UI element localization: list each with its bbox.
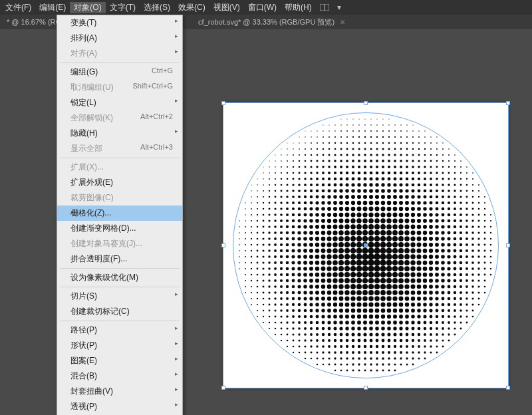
menu-item: 显示全部Alt+Ctrl+3 <box>57 141 182 156</box>
menubar-item-4[interactable]: 选择(S) <box>140 2 174 13</box>
menu-item-label: 形状(P) <box>70 340 97 351</box>
menu-item: 创建对象马赛克(J)... <box>57 236 182 251</box>
menu-item-label: 扩展外观(E) <box>70 177 113 188</box>
resize-handle[interactable] <box>506 243 510 247</box>
menubar-item-0[interactable]: 文件(F) <box>1 2 35 13</box>
menubar-item-2[interactable]: 对象(O) <box>70 2 105 13</box>
menu-separator <box>60 321 180 321</box>
menu-item[interactable]: 锁定(L) <box>57 95 182 110</box>
menu-item-label: 显示全部 <box>70 143 102 154</box>
menu-item[interactable]: 混合(B) <box>57 368 182 384</box>
menu-item-label: 变换(T) <box>70 17 96 29</box>
menu-item[interactable]: 形状(P) <box>57 338 182 353</box>
menu-separator <box>60 158 180 158</box>
menubar-item-1[interactable]: 编辑(E) <box>35 2 70 13</box>
resize-handle[interactable] <box>506 101 510 105</box>
menu-item-label: 全部解锁(K) <box>70 112 113 124</box>
menu-item[interactable]: 编组(G)Ctrl+G <box>57 65 182 80</box>
menu-item-label: 混合(B) <box>70 370 97 382</box>
menu-item-label: 拼合透明度(F)... <box>70 253 127 265</box>
menu-item-label: 扩展(X)... <box>70 162 104 173</box>
menu-separator <box>60 63 180 63</box>
resize-handle[interactable] <box>364 386 368 390</box>
menu-item[interactable]: 创建渐变网格(D)... <box>57 221 182 236</box>
menu-item-label: 设为像素级优化(M) <box>70 272 138 283</box>
menu-item[interactable]: 拼合透明度(F)... <box>57 251 182 267</box>
menu-item-label: 排列(A) <box>70 33 97 44</box>
workspace-icon[interactable] <box>319 3 331 12</box>
menu-item-label: 切片(S) <box>70 291 97 302</box>
menu-item-label: 编组(G) <box>70 67 98 78</box>
menu-item[interactable]: 变换(T) <box>57 15 182 31</box>
resize-handle[interactable] <box>221 101 225 105</box>
menu-item-label: 栅格化(Z)... <box>70 208 111 219</box>
menu-item[interactable]: 创建裁切标记(C) <box>57 304 182 319</box>
menu-item[interactable]: 设为像素级优化(M) <box>57 270 182 285</box>
menu-item-label: 封套扭曲(V) <box>70 386 113 397</box>
center-handle[interactable] <box>364 243 368 247</box>
resize-handle[interactable] <box>364 101 368 105</box>
object-menu-dropdown[interactable]: 变换(T)排列(A)对齐(A)编组(G)Ctrl+G取消编组(U)Shift+C… <box>57 15 183 415</box>
menu-item-label: 裁剪图像(C) <box>70 192 114 204</box>
menu-item[interactable]: 排列(A) <box>57 31 182 46</box>
chevron-down-icon[interactable]: ▾ <box>333 3 345 12</box>
document-tab-1[interactable]: cf_robot.svg* @ 33.33% (RGB/GPU 预览)✕ <box>193 17 350 27</box>
resize-handle[interactable] <box>221 386 225 390</box>
menu-item[interactable]: 透视(P) <box>57 399 182 414</box>
menu-item: 扩展(X)... <box>57 160 182 175</box>
menu-item: 全部解锁(K)Alt+Ctrl+2 <box>57 110 182 126</box>
menubar-item-8[interactable]: 帮助(H) <box>281 2 316 13</box>
tab-label: * @ 16.67% (RG <box>7 18 61 26</box>
menubar: 文件(F)编辑(E)对象(O)文字(T)选择(S)效果(C)视图(V)窗口(W)… <box>0 0 532 15</box>
resize-handle[interactable] <box>221 243 225 247</box>
menubar-item-6[interactable]: 视图(V) <box>209 2 244 13</box>
menu-item-label: 图案(E) <box>70 355 97 366</box>
menu-item-label: 创建对象马赛克(J)... <box>70 238 142 249</box>
resize-handle[interactable] <box>506 386 510 390</box>
menu-item-label: 对齐(A) <box>70 48 97 59</box>
selection-bounding-box[interactable] <box>223 102 509 388</box>
menu-item-label: 取消编组(U) <box>70 82 114 93</box>
menu-item-label: 创建裁切标记(C) <box>70 306 130 317</box>
menu-shortcut: Shift+Ctrl+G <box>132 82 173 93</box>
menu-item-label: 路径(P) <box>70 325 97 336</box>
menu-separator <box>60 268 180 269</box>
menu-item[interactable]: 栅格化(Z)... <box>57 206 182 221</box>
menu-item[interactable]: 路径(P) <box>57 323 182 338</box>
menu-item[interactable]: 封套扭曲(V) <box>57 384 182 399</box>
menubar-item-5[interactable]: 效果(C) <box>174 2 209 13</box>
menu-item-label: 隐藏(H) <box>70 128 98 139</box>
menu-item-label: 透视(P) <box>70 401 97 412</box>
menu-shortcut: Alt+Ctrl+2 <box>140 112 173 124</box>
menu-shortcut: Alt+Ctrl+3 <box>140 143 173 154</box>
menu-item[interactable]: 隐藏(H) <box>57 126 182 141</box>
menu-item-label: 锁定(L) <box>70 97 96 108</box>
menu-item: 裁剪图像(C) <box>57 190 182 206</box>
tab-label: cf_robot.svg* @ 33.33% (RGB/GPU 预览) <box>198 17 334 27</box>
menu-item: 对齐(A) <box>57 46 182 61</box>
menubar-item-7[interactable]: 窗口(W) <box>244 2 281 13</box>
menu-separator <box>60 287 180 287</box>
menu-item[interactable]: 扩展外观(E) <box>57 175 182 190</box>
menu-item[interactable]: 切片(S) <box>57 289 182 304</box>
menu-item: 取消编组(U)Shift+Ctrl+G <box>57 80 182 95</box>
close-icon[interactable]: ✕ <box>340 19 345 26</box>
menubar-item-3[interactable]: 文字(T) <box>106 2 140 13</box>
menu-item[interactable]: 图案(E) <box>57 353 182 368</box>
menu-shortcut: Ctrl+G <box>152 67 173 78</box>
menu-item-label: 创建渐变网格(D)... <box>70 223 136 234</box>
